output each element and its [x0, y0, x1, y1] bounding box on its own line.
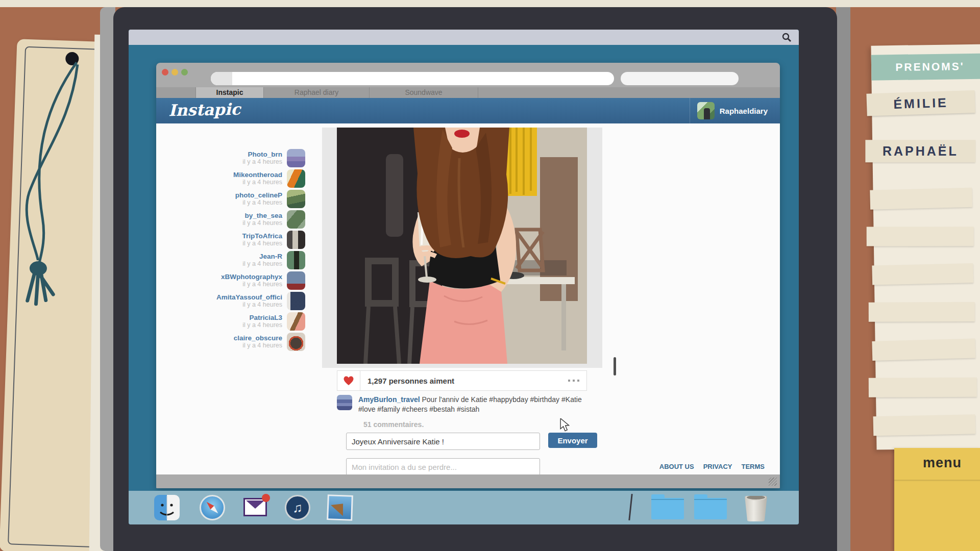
footer-link-terms[interactable]: TERMS [742, 463, 765, 470]
blank-tape [873, 414, 975, 436]
list-item[interactable]: Mikeontheroadil y a 4 heures [156, 168, 305, 189]
user-thumb[interactable] [287, 210, 305, 229]
folder-icon[interactable] [651, 498, 684, 519]
dock: ♫ [129, 491, 799, 524]
user-thumb[interactable] [287, 251, 305, 269]
screen: Instapic Raphael diary Soundwave Instapi… [129, 30, 799, 524]
list-item[interactable]: AmitaYassouf_officiil y a 4 heures [156, 291, 305, 311]
list-item[interactable]: by_the_seail y a 4 heures [156, 209, 305, 230]
os-menubar [129, 30, 799, 45]
tab-strip: Instapic Raphael diary Soundwave [156, 87, 780, 98]
wall-molding [0, 0, 980, 7]
finder-icon[interactable] [154, 495, 180, 520]
names-panel-title: PRENOMS' [871, 53, 980, 80]
instapic-page: Instapic Raphaeldiary Photo_brnil y a 4 … [156, 98, 780, 474]
heart-icon [343, 375, 354, 386]
safari-icon[interactable] [200, 495, 225, 520]
favicon-slot [211, 72, 232, 85]
names-panel: PRENOMS' ÉMILIE RAPHAËL [871, 44, 980, 449]
author-avatar[interactable] [337, 395, 352, 410]
user-thumb[interactable] [287, 312, 305, 331]
user-thumb[interactable] [287, 169, 305, 188]
user-thumb[interactable] [287, 271, 305, 290]
close-window-button[interactable] [162, 69, 168, 76]
resize-handle-icon[interactable] [769, 478, 777, 486]
list-item[interactable]: Jean-Ril y a 4 heures [156, 250, 305, 270]
post-options-icon[interactable] [568, 380, 579, 382]
photos-icon[interactable] [327, 494, 353, 521]
list-item[interactable]: PatriciaL3il y a 4 heures [156, 311, 305, 332]
blank-tape [872, 263, 973, 285]
instapic-logo[interactable]: Instapic [168, 100, 241, 119]
comment-input[interactable] [346, 433, 540, 450]
blank-tape [869, 378, 977, 397]
tab-raphael-diary[interactable]: Raphael diary [263, 87, 370, 98]
monitor-edge-right [836, 7, 850, 551]
photo-frame [322, 128, 602, 368]
list-item[interactable]: TripToAfricail y a 4 heures [156, 230, 305, 250]
blank-tape [870, 188, 972, 210]
minimize-window-button[interactable] [172, 69, 178, 76]
trash-icon[interactable] [745, 496, 767, 521]
page-scrollbar[interactable] [614, 357, 616, 375]
browser-window: Instapic Raphael diary Soundwave Instapi… [156, 63, 780, 488]
likes-bar: 1,297 personnes aiment [337, 370, 587, 391]
address-bar[interactable] [211, 72, 614, 85]
send-comment-button[interactable]: Envoyer [548, 433, 597, 448]
post-photo[interactable] [337, 128, 587, 364]
user-thumb[interactable] [287, 231, 305, 249]
itunes-icon[interactable]: ♫ [285, 495, 310, 520]
monitor: Instapic Raphael diary Soundwave Instapi… [113, 7, 837, 551]
account-menu[interactable]: Raphaeldiary [690, 98, 775, 123]
folder-icon[interactable] [694, 498, 727, 519]
user-thumb[interactable] [287, 333, 305, 351]
list-item[interactable]: claire_obscureil y a 4 heures [156, 332, 305, 352]
list-item[interactable]: xBWphotographyxil y a 4 heures [156, 270, 305, 291]
mouse-cursor [559, 418, 571, 432]
footer-link-about[interactable]: ABOUT US [659, 463, 694, 470]
author-name[interactable]: AmyBurlon_travel [358, 395, 420, 404]
blank-tape [872, 339, 975, 361]
instapic-header: Instapic Raphaeldiary [156, 98, 780, 123]
zoom-window-button[interactable] [181, 69, 188, 76]
likes-count: 1,297 personnes aiment [360, 377, 454, 385]
sticky-note-crease [894, 480, 980, 481]
list-item[interactable]: photo_celinePil y a 4 heures [156, 189, 305, 209]
browser-search-field[interactable] [621, 72, 739, 85]
page-footer: ABOUT US PRIVACY TERMS [659, 463, 765, 470]
like-button[interactable] [337, 371, 360, 390]
user-thumb[interactable] [287, 149, 305, 167]
sticky-note-menu[interactable]: menu [894, 448, 980, 551]
list-item[interactable]: Photo_brnil y a 4 heures [156, 148, 305, 168]
sticky-note-text: menu [923, 455, 962, 471]
user-thumb[interactable] [287, 190, 305, 208]
tab-soundwave[interactable]: Soundwave [369, 87, 478, 98]
name-tape-raphael: RAPHAËL [865, 140, 975, 162]
comment-compose-row: Envoyer [346, 433, 602, 450]
browser-statusbar [156, 474, 780, 488]
name-tape-emilie: ÉMILIE [866, 90, 975, 116]
blank-tape [869, 302, 975, 322]
account-avatar [697, 102, 715, 119]
magnifier-icon[interactable] [781, 32, 792, 42]
tab-instapic[interactable]: Instapic [195, 87, 264, 98]
second-comment-input[interactable] [346, 458, 540, 474]
recent-users-list: Photo_brnil y a 4 heures Mikeontheroadil… [156, 148, 305, 352]
user-thumb[interactable] [287, 292, 305, 310]
game-scene: Instapic Raphael diary Soundwave Instapi… [0, 0, 980, 551]
account-name: Raphaeldiary [720, 107, 768, 115]
mail-icon[interactable] [242, 495, 268, 520]
footer-link-privacy[interactable]: PRIVACY [703, 463, 732, 470]
dock-divider [628, 494, 632, 520]
blank-tape [867, 227, 974, 246]
post-caption: AmyBurlon_travel Pour l'anniv de Katie #… [337, 395, 587, 414]
